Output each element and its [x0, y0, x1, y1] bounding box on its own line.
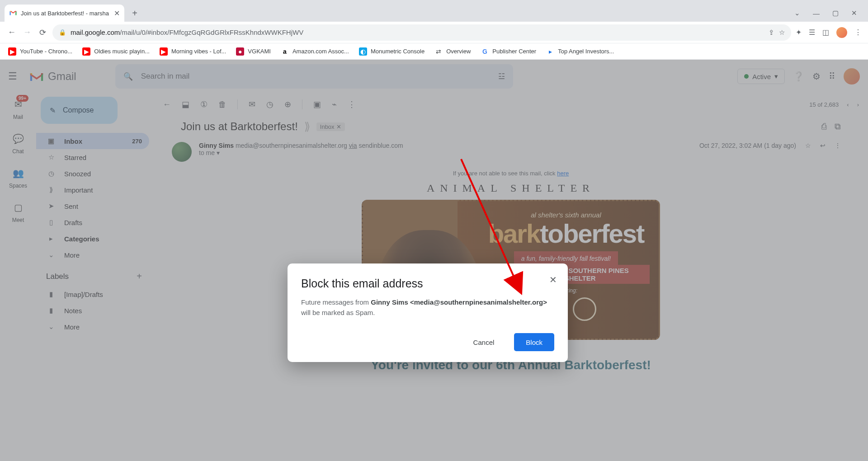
bookmark-item[interactable]: ⇄Overview: [434, 47, 471, 56]
tab-close-icon[interactable]: ✕: [114, 9, 120, 18]
reading-list-icon[interactable]: ☰: [809, 28, 815, 37]
side-panel-icon[interactable]: ◫: [822, 28, 829, 37]
block-email-dialog: ✕ Block this email address Future messag…: [288, 263, 568, 362]
bookmark-star-icon[interactable]: ☆: [779, 28, 785, 37]
dialog-close-icon[interactable]: ✕: [549, 274, 557, 285]
profile-avatar-icon[interactable]: [836, 27, 847, 38]
chevron-down-icon[interactable]: ⌄: [794, 9, 800, 17]
bookmark-item[interactable]: ▶YouTube - Chrono...: [8, 47, 72, 56]
bookmark-item[interactable]: ▶Oldies music playin...: [82, 47, 150, 56]
gmail-favicon-icon: [9, 9, 17, 17]
close-window-icon[interactable]: ✕: [851, 9, 857, 17]
overview-icon: ⇄: [434, 47, 443, 56]
bookmark-item[interactable]: ●VGKAMI: [236, 47, 271, 56]
youtube-icon: ▶: [8, 47, 16, 56]
dialog-title: Block this email address: [301, 277, 554, 290]
browser-tab[interactable]: Join us at Barktoberfest! - marsha ✕: [5, 5, 124, 22]
monumetric-icon: ◐: [359, 47, 367, 56]
youtube-icon: ▶: [160, 47, 168, 56]
vgkami-icon: ●: [236, 47, 244, 56]
url-domain: mail.google.com: [71, 28, 120, 36]
amazon-icon: a: [281, 47, 289, 56]
reload-icon[interactable]: ⟳: [37, 27, 48, 38]
youtube-icon: ▶: [82, 47, 90, 56]
address-bar-row: ← → ⟳ 🔒 mail.google.com/mail/u/0/#inbox/…: [0, 22, 868, 43]
bookmark-item[interactable]: GPublisher Center: [481, 47, 536, 56]
maximize-icon[interactable]: ▢: [832, 9, 839, 17]
chrome-menu-icon[interactable]: ⋮: [854, 28, 862, 37]
cancel-button[interactable]: Cancel: [462, 333, 506, 351]
back-icon[interactable]: ←: [6, 27, 17, 38]
extensions-icon[interactable]: ✦: [796, 28, 802, 37]
chrome-tab-strip: Join us at Barktoberfest! - marsha ✕ + ⌄…: [0, 0, 868, 22]
gmail-app: ☰ Gmail 🔍 Search in mail ☳ Active▾ ❔ ⚙ ⠿…: [0, 60, 868, 461]
new-tab-button[interactable]: +: [128, 6, 142, 20]
bookmark-item[interactable]: ▸Top Angel Investors...: [546, 47, 614, 56]
url-bar[interactable]: 🔒 mail.google.com/mail/u/0/#inbox/FMfcgz…: [52, 24, 791, 41]
dialog-body: Future messages from Ginny Sims <media@s…: [301, 297, 554, 318]
bookmark-item[interactable]: aAmazon.com Assoc...: [281, 47, 349, 56]
share-icon[interactable]: ⇪: [769, 28, 774, 37]
window-controls: ⌄ — ▢ ✕: [794, 5, 868, 22]
minimize-icon[interactable]: —: [813, 9, 820, 17]
lock-icon: 🔒: [59, 29, 66, 36]
bookmark-item[interactable]: ◐Monumetric Console: [359, 47, 425, 56]
modal-overlay: [0, 60, 868, 461]
url-path: /mail/u/0/#inbox/FMfcgzGqRGdGRlxFRssKhnd…: [120, 28, 303, 36]
forward-icon[interactable]: →: [22, 27, 33, 38]
bookmark-item[interactable]: ▶Morning vibes - Lof...: [160, 47, 226, 56]
bookmarks-bar: ▶YouTube - Chrono... ▶Oldies music playi…: [0, 43, 868, 60]
block-button[interactable]: Block: [514, 333, 554, 351]
google-icon: G: [481, 47, 489, 56]
tab-title: Join us at Barktoberfest! - marsha: [21, 10, 110, 17]
angel-icon: ▸: [546, 47, 554, 56]
